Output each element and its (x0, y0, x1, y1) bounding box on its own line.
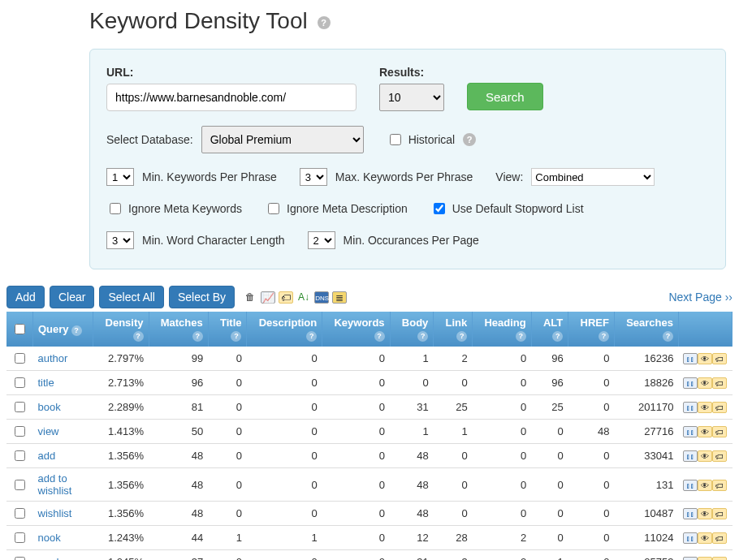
col-keywords[interactable]: Keywords? (322, 312, 390, 347)
col-body[interactable]: Body? (390, 312, 434, 347)
tag-icon[interactable]: 🏷 (712, 353, 727, 364)
help-icon[interactable]: ? (374, 331, 385, 342)
help-icon[interactable]: ? (456, 331, 467, 342)
chart-icon[interactable]: ⫾⫾ (683, 377, 698, 389)
row-checkbox[interactable] (15, 377, 25, 388)
tag-icon[interactable]: 🏷 (712, 532, 727, 544)
trash-icon[interactable]: 🗑 (243, 291, 257, 304)
col-matches[interactable]: Matches? (149, 312, 208, 347)
eye-icon[interactable]: 👁 (698, 508, 712, 519)
help-icon[interactable]: ? (516, 331, 526, 342)
help-icon[interactable]: ? (663, 331, 673, 342)
database-select[interactable]: Global Premium (201, 126, 364, 153)
row-checkbox[interactable] (15, 508, 25, 519)
chart-icon[interactable]: ⫾⫾ (683, 508, 698, 519)
query-link[interactable]: title (38, 377, 54, 389)
next-page-link[interactable]: Next Page ›› (668, 291, 733, 304)
help-icon[interactable]: ? (318, 16, 331, 29)
url-input[interactable] (106, 84, 357, 111)
help-icon[interactable]: ? (306, 331, 317, 342)
tag-icon[interactable]: 🏷 (279, 291, 293, 304)
tag-icon[interactable]: 🏷 (712, 402, 727, 413)
col-link[interactable]: Link? (434, 312, 473, 347)
tag-icon[interactable]: 🏷 (712, 426, 727, 437)
col-density[interactable]: Density? (93, 312, 149, 347)
eye-icon[interactable]: 👁 (698, 480, 712, 491)
table-row: nook1.243%44110122820011024⫾⫾👁🏷 (6, 526, 733, 550)
row-checkbox[interactable] (15, 353, 25, 364)
tag-icon[interactable]: 🏷 (712, 377, 727, 389)
help-icon[interactable]: ? (463, 133, 476, 146)
help-icon[interactable]: ? (133, 331, 144, 342)
min-keywords-per-phrase-select[interactable]: 1 (106, 168, 134, 186)
row-checkbox[interactable] (15, 557, 25, 560)
query-link[interactable]: read (38, 556, 59, 560)
eye-icon[interactable]: 👁 (698, 532, 712, 544)
eye-icon[interactable]: 👁 (698, 377, 712, 389)
add-button[interactable]: Add (6, 286, 45, 308)
col-heading[interactable]: Heading? (473, 312, 532, 347)
query-link[interactable]: book (38, 401, 61, 413)
col-query[interactable]: Query? (33, 312, 93, 347)
select-all-button[interactable]: Select All (99, 286, 164, 308)
col-title[interactable]: Title? (208, 312, 247, 347)
dns-icon[interactable]: DNS (314, 291, 329, 304)
results-select[interactable]: 10 (379, 84, 444, 111)
row-checkbox[interactable] (15, 532, 25, 543)
ignore-meta-description-checkbox[interactable] (268, 203, 279, 214)
row-checkbox[interactable] (15, 450, 25, 461)
ignore-meta-keywords-checkbox[interactable] (110, 203, 121, 214)
row-checkbox[interactable] (15, 426, 25, 437)
eye-icon[interactable]: 👁 (698, 402, 712, 413)
eye-icon[interactable]: 👁 (698, 353, 712, 364)
view-select[interactable]: Combined (531, 168, 655, 186)
row-checkbox[interactable] (15, 480, 25, 490)
help-icon[interactable]: ? (231, 331, 241, 342)
tag-icon[interactable]: 🏷 (712, 508, 727, 519)
historical-checkbox[interactable] (390, 134, 401, 145)
eye-icon[interactable]: 👁 (698, 557, 712, 560)
min-word-char-length-select[interactable]: 3 (106, 231, 134, 249)
tag-icon[interactable]: 🏷 (712, 557, 727, 560)
query-link[interactable]: nook (38, 532, 61, 544)
eye-icon[interactable]: 👁 (698, 426, 712, 437)
max-keywords-per-phrase-select[interactable]: 3 (300, 168, 327, 186)
tag-icon[interactable]: 🏷 (712, 450, 727, 462)
cell-href: 0 (568, 550, 615, 561)
query-link[interactable]: author (38, 352, 68, 364)
chart-icon[interactable]: ⫾⫾ (683, 353, 698, 364)
use-default-stopword-checkbox[interactable] (434, 203, 445, 214)
use-default-stopword-label: Use Default Stopword List (452, 202, 584, 215)
col-alt[interactable]: ALT? (531, 312, 568, 347)
tag-icon[interactable]: 🏷 (712, 480, 727, 491)
list-icon[interactable]: ≣ (332, 291, 347, 304)
query-link[interactable]: add (38, 450, 56, 462)
chart-icon[interactable]: ⫾⫾ (683, 532, 698, 544)
col-description[interactable]: Description? (247, 312, 322, 347)
query-link[interactable]: add to wishlist (38, 472, 72, 497)
row-checkbox[interactable] (15, 402, 25, 412)
chart-icon[interactable]: ⫾⫾ (683, 402, 698, 413)
help-icon[interactable]: ? (71, 325, 82, 336)
chart-icon[interactable]: 📈 (261, 291, 275, 304)
query-link[interactable]: wishlist (38, 507, 72, 519)
export-icon[interactable]: A↓ (296, 291, 311, 304)
min-occurrences-select[interactable]: 2 (308, 231, 335, 249)
chart-icon[interactable]: ⫾⫾ (683, 450, 698, 462)
search-form-panel: URL: Results: 10 Search Select Database:… (89, 49, 726, 269)
col-href[interactable]: HREF? (568, 312, 615, 347)
chart-icon[interactable]: ⫾⫾ (683, 426, 698, 437)
clear-button[interactable]: Clear (50, 286, 94, 308)
select-all-rows-checkbox[interactable] (15, 324, 25, 334)
query-link[interactable]: view (38, 425, 59, 437)
eye-icon[interactable]: 👁 (698, 450, 712, 462)
help-icon[interactable]: ? (192, 331, 203, 342)
help-icon[interactable]: ? (552, 331, 563, 342)
select-by-button[interactable]: Select By (169, 286, 235, 308)
chart-icon[interactable]: ⫾⫾ (683, 480, 698, 491)
search-button[interactable]: Search (467, 83, 543, 110)
help-icon[interactable]: ? (599, 331, 609, 342)
help-icon[interactable]: ? (417, 331, 428, 342)
chart-icon[interactable]: ⫾⫾ (683, 557, 698, 560)
col-searches[interactable]: Searches? (614, 312, 678, 347)
